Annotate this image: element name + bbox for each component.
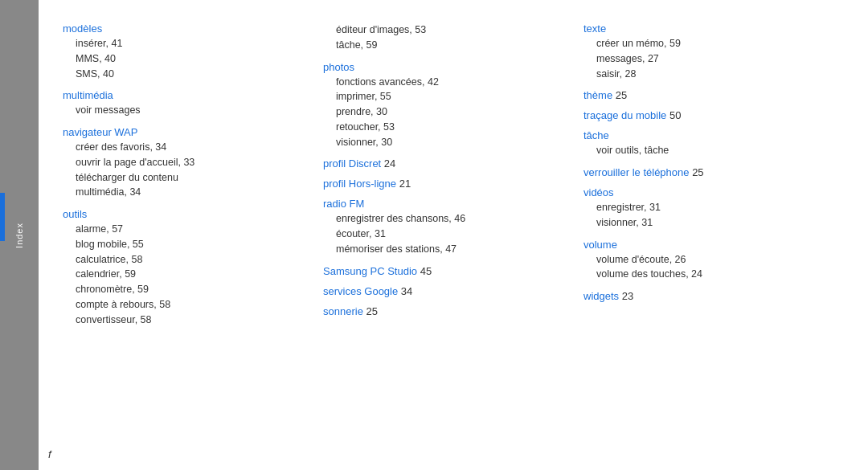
entry-heading: photos: [323, 61, 567, 73]
index-entry: navigateur WAPcréer des favoris, 34ouvri…: [63, 126, 307, 200]
column-1: modèlesinsérer, 41MMS, 40SMS, 40multiméd…: [63, 22, 323, 454]
sub-item: convertisseur, 58: [63, 313, 307, 328]
sub-item: ouvrir la page d'accueil, 33: [63, 155, 307, 170]
index-entry: textecréer un mémo, 59messages, 27saisir…: [583, 22, 828, 81]
index-entry: radio FMenregistrer des chansons, 46écou…: [323, 198, 567, 256]
sub-item: éditeur d'images, 53: [323, 22, 567, 38]
entry-number: 24: [384, 157, 395, 170]
sub-item: volume des touches, 24: [583, 267, 828, 282]
index-entry: modèlesinsérer, 41MMS, 40SMS, 40: [63, 22, 307, 81]
sub-item: calendrier, 59: [63, 267, 307, 282]
sub-item: prendre, 30: [323, 104, 567, 120]
index-entry: outilsalarme, 57blog mobile, 55calculatr…: [63, 208, 307, 327]
index-entry: photosfonctions avancées, 42imprimer, 55…: [323, 61, 567, 150]
sub-item: imprimer, 55: [323, 89, 567, 104]
sub-item: blog mobile, 55: [63, 237, 307, 252]
entry-number: 25: [616, 89, 627, 101]
entry-heading: profil Hors-ligne 21: [323, 178, 567, 190]
entry-heading: navigateur WAP: [63, 126, 307, 138]
entry-number: 25: [366, 305, 377, 317]
entry-heading: texte: [583, 22, 828, 35]
sub-item: chronomètre, 59: [63, 282, 307, 297]
entry-heading: vidéos: [583, 186, 828, 198]
bottom-letter: f: [48, 448, 51, 460]
entry-heading: thème 25: [583, 89, 828, 101]
sub-item: insérer, 41: [63, 36, 307, 51]
sub-item: fonctions avancées, 42: [323, 75, 567, 90]
index-entry: éditeur d'images, 53tâche, 59: [323, 22, 567, 53]
sub-item: alarme, 57: [63, 222, 307, 237]
sub-item: télécharger du contenu: [63, 170, 307, 186]
entry-heading: services Google 34: [323, 285, 567, 297]
sub-item: tâche, 59: [323, 38, 567, 53]
sidebar-label: Index: [14, 223, 24, 248]
entry-heading: volume: [583, 239, 828, 251]
sidebar: Index: [0, 0, 39, 470]
entry-number: 50: [669, 109, 681, 121]
content-area: modèlesinsérer, 41MMS, 40SMS, 40multiméd…: [39, 0, 868, 470]
entry-number: 25: [692, 166, 703, 178]
sub-item: calculatrice, 58: [63, 252, 307, 268]
index-entry: widgets 23: [583, 290, 828, 302]
sub-item: enregistrer, 31: [583, 200, 828, 215]
index-entry: volumevolume d'écoute, 26volume des touc…: [583, 239, 828, 283]
entry-heading: tâche: [583, 129, 828, 141]
entry-heading: modèles: [63, 22, 307, 35]
entry-heading: Samsung PC Studio 45: [323, 265, 567, 277]
sub-item: visionner, 31: [583, 215, 828, 231]
sub-item: écouter, 31: [323, 227, 567, 242]
index-entry: Samsung PC Studio 45: [323, 265, 567, 277]
sub-item: enregistrer des chansons, 46: [323, 211, 567, 227]
column-3: textecréer un mémo, 59messages, 27saisir…: [583, 22, 844, 454]
entry-heading: traçage du mobile 50: [583, 109, 828, 121]
index-entry: sonnerie 25: [323, 305, 567, 317]
sub-item: saisir, 28: [583, 67, 828, 82]
entry-number: 34: [401, 285, 412, 297]
entry-heading: multimédia: [63, 89, 307, 101]
index-entry: profil Hors-ligne 21: [323, 178, 567, 190]
index-entry: services Google 34: [323, 285, 567, 297]
entry-heading: profil Discret 24: [323, 157, 567, 170]
sub-item: multimédia, 34: [63, 185, 307, 200]
index-entry: vidéosenregistrer, 31visionner, 31: [583, 186, 828, 231]
sub-item: compte à rebours, 58: [63, 297, 307, 313]
index-entry: thème 25: [583, 89, 828, 101]
sub-item: voir messages: [63, 103, 307, 118]
sub-item: volume d'écoute, 26: [583, 252, 828, 268]
sub-item: créer un mémo, 59: [583, 36, 828, 51]
entry-heading: radio FM: [323, 198, 567, 210]
entry-heading: verrouiller le téléphone 25: [583, 166, 828, 178]
sub-item: messages, 27: [583, 51, 828, 67]
entry-number: 45: [420, 265, 432, 277]
sub-item: retoucher, 53: [323, 120, 567, 135]
entry-number: 21: [399, 178, 411, 190]
sub-item: voir outils, tâche: [583, 143, 828, 158]
index-entry: profil Discret 24: [323, 157, 567, 170]
index-entry: multimédiavoir messages: [63, 89, 307, 118]
entry-heading: sonnerie 25: [323, 305, 567, 317]
sub-item: créer des favoris, 34: [63, 140, 307, 155]
sub-item: SMS, 40: [63, 67, 307, 82]
sub-item: mémoriser des stations, 47: [323, 242, 567, 257]
sub-item: visionner, 30: [323, 135, 567, 150]
entry-heading: widgets 23: [583, 290, 828, 302]
index-entry: verrouiller le téléphone 25: [583, 166, 828, 178]
index-entry: traçage du mobile 50: [583, 109, 828, 121]
index-entry: tâchevoir outils, tâche: [583, 129, 828, 158]
sidebar-accent: [0, 193, 5, 241]
entry-heading: outils: [63, 208, 307, 220]
column-2: éditeur d'images, 53tâche, 59photosfonct…: [323, 22, 583, 454]
entry-number: 23: [622, 290, 633, 302]
sub-item: MMS, 40: [63, 51, 307, 67]
